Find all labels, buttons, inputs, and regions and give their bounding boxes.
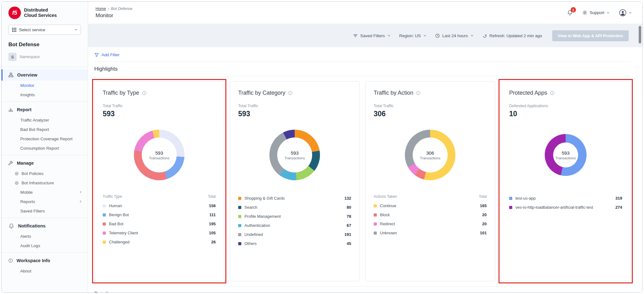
f5-logo-icon: f5	[8, 7, 21, 19]
donut-chart-traffic-by-category[interactable]: 593 Transactions	[269, 130, 320, 180]
metric-label: Total Traffic	[238, 104, 351, 108]
donut-chart-traffic-by-action[interactable]: 306 Transactions	[405, 130, 455, 180]
legend-swatch	[103, 213, 106, 217]
info-icon[interactable]	[550, 91, 554, 95]
sidebar-item-protection-coverage-report[interactable]: Protection Coverage Report	[2, 134, 88, 143]
filter-lines-icon	[353, 33, 358, 38]
donut-chart-traffic-by-type[interactable]: 593 Transactions	[134, 130, 184, 180]
legend-item-undefined: Undefined 191	[238, 230, 351, 239]
app-window: f5 Distributed Cloud Services Select ser…	[1, 1, 643, 293]
add-filter-label: Add Filter	[101, 52, 120, 57]
metric-value: 593	[238, 110, 351, 118]
donut-center-label: Transactions	[149, 156, 169, 160]
donut-center: 306 Transactions	[413, 137, 448, 172]
sidebar-divider	[2, 218, 88, 218]
donut-area: 593 Transactions	[238, 118, 351, 192]
donut-area: 306 Transactions	[374, 118, 487, 192]
support-menu[interactable]: Support	[582, 10, 610, 15]
sidebar-item-monitor[interactable]: Monitor	[2, 81, 88, 90]
donut-area: 593 Transactions	[103, 118, 216, 192]
legend-item-label: Block	[380, 212, 390, 217]
legend-item-value: 132	[341, 196, 351, 201]
card-title-text: Traffic by Type	[103, 90, 139, 96]
sidebar-item-about[interactable]: About	[2, 266, 88, 276]
view-in-waap-button[interactable]: View in Web App & API Protection	[552, 30, 629, 41]
sidebar-item-bad-bot-report[interactable]: Bad Bot Report	[2, 125, 88, 134]
sidebar-item-consumption-report[interactable]: Consumption Report	[2, 143, 88, 153]
donut-chart-protected-apps[interactable]: 593 Transactions	[545, 134, 587, 176]
legend-item-value: 111	[206, 212, 216, 217]
sidebar-item-bot-policies[interactable]: Bot Policies	[2, 169, 88, 178]
legend-item-label: Search	[244, 205, 257, 210]
legend-item-value: 67	[343, 223, 351, 228]
scrollbar-thumb[interactable]	[639, 26, 641, 43]
donut-center-label: Transactions	[555, 156, 576, 160]
legend-item-telemetry-client: Telemetry Client 105	[103, 228, 216, 237]
region-dropdown[interactable]: Region: US	[399, 33, 426, 38]
highlight-card-wrap: Traffic by Category Total Traffic 593 59…	[230, 81, 360, 281]
highlights-section-title: Highlights	[94, 62, 631, 76]
top-header: Home › Bot Defense Monitor 1 Support	[88, 2, 642, 24]
legend-item-label: Shopping & Gift Cards	[244, 196, 285, 201]
card-title: Traffic by Category	[238, 90, 351, 96]
highlights-cards: Traffic by Type Total Traffic 593 593 Tr…	[94, 81, 631, 281]
sidebar-item-label: About	[20, 269, 31, 273]
legend-item-value: 165	[476, 203, 487, 208]
chevron-down-icon	[423, 34, 426, 37]
card-title: Traffic by Type	[103, 90, 216, 96]
sidebar-item-alerts[interactable]: Alerts	[2, 232, 88, 241]
sidebar-item-insights[interactable]: Insights	[2, 90, 88, 99]
sidebar-section-report[interactable]: Report	[2, 104, 88, 115]
sidebar-item-traffic-analyzer[interactable]: Traffic Analyzer	[2, 115, 88, 125]
legend-header-label: Traffic Type	[103, 194, 122, 199]
legend-header: Actions Taken Total	[374, 194, 487, 199]
donut-center-label: Transactions	[420, 156, 440, 160]
legend-swatch	[238, 233, 241, 236]
legend-item-value: 156	[205, 203, 216, 208]
sidebar-section-label: Report	[17, 107, 32, 112]
sidebar-item-audit-logs[interactable]: Audit Logs	[2, 241, 88, 250]
refresh-button[interactable]: Refresh: Updated 2 min ago	[482, 33, 542, 38]
legend-swatch	[238, 215, 241, 218]
sidebar-section-overview[interactable]: Overview	[2, 69, 88, 81]
breadcrumb: Home › Bot Defense	[96, 7, 132, 11]
info-icon[interactable]	[288, 91, 293, 95]
notifications-button[interactable]: 1	[567, 10, 573, 16]
sidebar-divider	[2, 67, 88, 67]
info-icon[interactable]	[142, 91, 146, 95]
sidebar-section-notifications[interactable]: Notifications	[2, 220, 88, 232]
metric-value: 10	[509, 110, 622, 118]
user-avatar-icon	[619, 9, 627, 17]
donut-center-label: Transactions	[284, 156, 305, 160]
legend-swatch	[238, 206, 241, 209]
info-icon[interactable]	[416, 91, 420, 95]
time-range-dropdown[interactable]: Last 24 hours	[435, 33, 474, 38]
sidebar-item-bot-infrastructure[interactable]: Bot Infrastructure	[2, 178, 88, 187]
card-title: Protected Apps	[509, 90, 622, 96]
sidebar-item-mobile[interactable]: Mobile	[2, 187, 88, 197]
sidebar-section-label: Notifications	[18, 223, 46, 228]
sidebar-item-label: Reports	[20, 199, 35, 204]
legend-item-bad-bot: Bad Bot 195	[103, 219, 216, 228]
legend-item-unknown: Unknown 101	[374, 228, 487, 237]
sidebar-section-workspace-info[interactable]: Workspace Info	[2, 255, 88, 266]
saved-filters-dropdown[interactable]: Saved Filters	[353, 33, 391, 38]
legend-item-label: Profile Management	[244, 214, 281, 219]
breadcrumb-home-link[interactable]: Home	[96, 7, 106, 11]
sidebar-item-saved-filters[interactable]: Saved Filters	[2, 206, 88, 216]
sidebar-nav: OverviewMonitorInsightsReportTraffic Ana…	[2, 65, 88, 292]
add-filter-button[interactable]: Add Filter	[94, 52, 120, 57]
legend-item-profile-management: Profile Management 78	[238, 212, 351, 221]
sidebar-section-manage[interactable]: Manage	[2, 157, 88, 169]
donut-center: 593 Transactions	[142, 137, 177, 172]
donut-center: 593 Transactions	[553, 142, 578, 167]
card-title-text: Protected Apps	[509, 90, 547, 96]
breadcrumb-separator: ›	[108, 7, 109, 11]
sidebar-divider	[2, 252, 88, 253]
account-menu[interactable]	[619, 9, 632, 17]
namespace-badge[interactable]: S	[8, 53, 17, 61]
legend-item-search: Search 80	[238, 203, 351, 212]
service-selector[interactable]: Select service	[8, 25, 81, 35]
sidebar-item-reports[interactable]: Reports	[2, 197, 88, 206]
sidebar-item-label: Alerts	[20, 234, 31, 239]
